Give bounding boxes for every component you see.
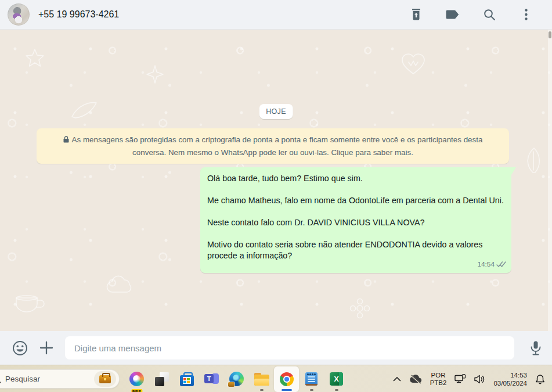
label-icon[interactable] [442,3,464,26]
work-account-badge [94,371,116,387]
taskbar-apps: PRE T X [124,365,349,392]
encryption-notice-text: As mensagens são protegidas com a cripto… [72,135,483,157]
taskbar-task-view-icon[interactable] [149,366,174,392]
onedrive-off-icon[interactable] [408,373,423,385]
taskbar-copilot-icon[interactable]: PRE [124,366,149,392]
running-indicator [310,389,313,391]
wallpaper-doodle-sparkle [145,64,165,84]
wallpaper-doodle-teacup [12,285,46,317]
contact-phone-title[interactable]: +55 19 99673-4261 [38,9,405,20]
taskbar-chrome-icon[interactable] [274,366,299,392]
outgoing-message-bubble: Olá boa tarde, tudo bem? Estimo que sim.… [200,167,511,273]
composer-bar [0,331,552,365]
taskbar-search-label: Pesquisar [5,375,94,383]
network-icon[interactable] [453,373,467,385]
language-indicator[interactable]: POR PTB2 [429,371,448,388]
delete-chat-icon[interactable] [405,3,427,26]
chat-header: +55 19 99673-4261 [0,0,552,30]
trash-icon [410,8,422,21]
emoji-icon[interactable] [12,340,28,356]
header-actions [405,3,540,26]
chat-area: HOJE As mensagens são protegidas com a c… [0,30,552,331]
message-paragraph: Olá boa tarde, tudo bem? Estimo que sim. [207,173,504,184]
attach-plus-icon[interactable] [39,340,54,355]
contact-avatar[interactable] [8,3,30,26]
taskbar-notepad-icon[interactable] [299,366,324,392]
running-indicator [260,389,264,391]
magnifier-icon [484,9,496,21]
taskbar-excel-icon[interactable]: X [324,366,349,392]
wallpaper-doodle-heart [401,53,426,76]
tray-time: 14:53 [510,371,527,379]
wallpaper-doodle-flower [348,297,371,320]
encryption-notice[interactable]: As mensagens são protegidas com a cripto… [37,128,509,164]
edge-work-badge [228,382,234,387]
message-input[interactable] [65,336,514,359]
kebab-icon [525,9,528,20]
teams-logo-letter: T [204,374,214,383]
briefcase-icon [99,375,111,383]
wallpaper-doodle-cloud [104,274,137,298]
excel-logo-letter: X [334,375,339,383]
tray-clock[interactable]: 14:53 03/05/2024 [492,370,528,389]
menu-kebab-icon[interactable] [515,3,537,26]
language-line1: POR [431,372,446,379]
search-icon[interactable] [478,3,500,26]
message-meta: 14:54 [477,259,506,270]
chat-scrollbar[interactable] [548,30,552,331]
windows-taskbar: Pesquisar PRE T [0,365,552,392]
wallpaper-doodle-leaf [522,146,546,175]
bubble-tail [511,167,516,175]
language-line2: PTB2 [430,379,447,387]
system-tray: POR PTB2 14:53 03/05/2024 [392,365,552,392]
chat-scrollbar-thumb[interactable] [549,31,551,38]
volume-icon[interactable] [473,373,486,385]
running-indicator [335,389,338,391]
taskbar-teams-icon[interactable]: T [199,366,224,392]
notification-bell-icon[interactable] [534,373,546,386]
hidden-icons-chevron[interactable] [392,375,402,383]
active-indicator [282,389,292,391]
copilot-pre-badge: PRE [131,389,142,392]
wallpaper-doodle-comet [70,99,99,120]
lock-icon [63,134,69,146]
taskbar-file-explorer-icon[interactable] [249,366,274,392]
wallpaper-doodle-star [23,47,46,70]
message-paragraph: Motivo do contato seria sobre não atende… [207,239,504,261]
taskbar-search[interactable]: Pesquisar [0,369,120,389]
double-check-icon [496,261,506,268]
tag-icon [446,9,460,20]
microphone-icon[interactable] [529,340,542,356]
taskbar-search-icon [0,375,1,383]
taskbar-microsoft-store-icon[interactable] [174,366,199,392]
message-paragraph: Me chamo Matheus, falo em nome da Odonto… [207,195,504,206]
date-chip: HOJE [259,104,293,119]
message-time: 14:54 [477,259,495,270]
taskbar-edge-icon[interactable] [224,366,249,392]
message-paragraph: Neste contato falo com Dr. DAVID VINICIU… [207,217,504,228]
tray-date: 03/05/2024 [493,379,527,387]
